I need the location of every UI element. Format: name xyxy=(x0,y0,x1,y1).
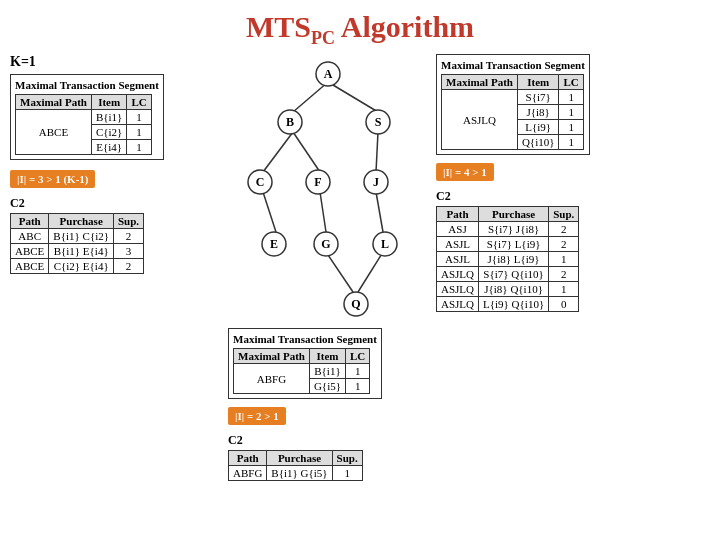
mid-col-item: Item xyxy=(309,349,345,364)
c2-row1-path: ABC xyxy=(11,229,49,244)
svg-line-2 xyxy=(263,132,293,172)
item-bi1: B{i1} xyxy=(91,110,126,125)
svg-line-6 xyxy=(320,192,326,232)
right-c2-label: C2 xyxy=(436,189,710,204)
c2-row3-purchase: C{i2} E{i4} xyxy=(49,259,114,274)
left-mts-table: Maximal Path Item LC ABCE B{i1} 1 C{i2} … xyxy=(15,94,152,155)
svg-line-8 xyxy=(326,252,353,292)
title-text: MTS xyxy=(246,10,311,43)
c2-row3-path: ABCE xyxy=(11,259,49,274)
svg-text:F: F xyxy=(314,175,321,189)
right-c2-r1-sup: 2 xyxy=(549,222,579,237)
c2-col-sup: Sup. xyxy=(114,214,144,229)
k-label: K=1 xyxy=(10,54,220,70)
tree-svg: A B S C F J E G L xyxy=(228,54,428,324)
left-c2-table: Path Purchase Sup. ABC B{i1} C{i2} 2 ABC… xyxy=(10,213,144,274)
svg-text:L: L xyxy=(381,237,389,251)
right-item-ji8: J{i8} xyxy=(517,105,559,120)
svg-text:G: G xyxy=(321,237,330,251)
mid-bottom-section: Maximal Transaction Segment Maximal Path… xyxy=(228,328,428,481)
right-c2-r5-sup: 1 xyxy=(549,282,579,297)
svg-line-5 xyxy=(263,192,276,232)
mid-c2-col-sup: Sup. xyxy=(332,451,362,466)
mid-lc-1a: 1 xyxy=(345,364,369,379)
right-path-asjlq: ASJLQ xyxy=(442,90,518,150)
svg-line-1 xyxy=(328,82,378,112)
lc-1c: 1 xyxy=(127,140,151,155)
right-c2-r1-path: ASJ xyxy=(437,222,479,237)
mid-c2-label: C2 xyxy=(228,433,428,448)
right-c2-r4-path: ASJLQ xyxy=(437,267,479,282)
right-mts-table: Maximal Path Item LC ASJLQ S{i7} 1 J{i8}… xyxy=(441,74,584,150)
right-c2-r2-sup: 2 xyxy=(549,237,579,252)
right-item-li9: L{i9} xyxy=(517,120,559,135)
svg-text:S: S xyxy=(375,115,382,129)
c2-row2-path: ABCE xyxy=(11,244,49,259)
title-sub: PC xyxy=(311,28,335,48)
lc-1b: 1 xyxy=(127,125,151,140)
right-col-maxpath: Maximal Path xyxy=(442,75,518,90)
mid-path-abfg: ABFG xyxy=(234,364,310,394)
mid-col-maxpath: Maximal Path xyxy=(234,349,310,364)
right-c2-r1-purchase: S{i7} J{i8} xyxy=(479,222,549,237)
mid-c2-table: Path Purchase Sup. ABFG B{i1} G{i5} 1 xyxy=(228,450,363,481)
right-c2-r3-purchase: J{i8} L{i9} xyxy=(479,252,549,267)
mid-mts-table: Maximal Path Item LC ABFG B{i1} 1 G{i5} … xyxy=(233,348,370,394)
right-c2-col-purchase: Purchase xyxy=(479,207,549,222)
page-title: MTSPC Algorithm xyxy=(0,0,720,49)
left-mts-box: Maximal Transaction Segment Maximal Path… xyxy=(10,74,164,160)
right-col-lc: LC xyxy=(559,75,583,90)
right-c2-r6-purchase: L{i9} Q{i10} xyxy=(479,297,549,312)
svg-text:E: E xyxy=(270,237,278,251)
c2-row2-purchase: B{i1} E{i4} xyxy=(49,244,114,259)
right-c2-r2-path: ASJL xyxy=(437,237,479,252)
right-c2-r3-path: ASJL xyxy=(437,252,479,267)
c2-row1-sup: 2 xyxy=(114,229,144,244)
svg-line-9 xyxy=(358,252,383,292)
title-rest: Algorithm xyxy=(335,10,474,43)
item-ei4: E{i4} xyxy=(91,140,126,155)
left-condition: |I| = 3 > 1 (K-1) xyxy=(10,170,95,188)
mid-c2-row1-path: ABFG xyxy=(229,466,267,481)
left-panel: K=1 Maximal Transaction Segment Maximal … xyxy=(10,54,220,481)
c2-col-purchase: Purchase xyxy=(49,214,114,229)
right-panel: Maximal Transaction Segment Maximal Path… xyxy=(436,54,710,481)
lc-1a: 1 xyxy=(127,110,151,125)
right-c2-r6-path: ASJLQ xyxy=(437,297,479,312)
right-lc-1c: 1 xyxy=(559,120,583,135)
right-item-qi10: Q{i10} xyxy=(517,135,559,150)
left-mts-title: Maximal Transaction Segment xyxy=(15,79,159,91)
right-lc-1b: 1 xyxy=(559,105,583,120)
right-item-si7: S{i7} xyxy=(517,90,559,105)
col-item: Item xyxy=(91,95,126,110)
right-condition: |I| = 4 > 1 xyxy=(436,163,494,181)
mid-lc-1b: 1 xyxy=(345,379,369,394)
svg-text:C: C xyxy=(256,175,265,189)
item-ci2: C{i2} xyxy=(91,125,126,140)
mid-col-lc: LC xyxy=(345,349,369,364)
right-c2-r2-purchase: S{i7} L{i9} xyxy=(479,237,549,252)
mid-condition: |I| = 2 > 1 xyxy=(228,407,286,425)
svg-text:B: B xyxy=(286,115,294,129)
mid-mts-title: Maximal Transaction Segment xyxy=(233,333,377,345)
path-abce: ABCE xyxy=(16,110,92,155)
right-c2-r5-path: ASJLQ xyxy=(437,282,479,297)
right-mts-title: Maximal Transaction Segment xyxy=(441,59,585,71)
mid-item-bi1: B{i1} xyxy=(309,364,345,379)
svg-line-7 xyxy=(376,192,383,232)
mid-item-gi5: G{i5} xyxy=(309,379,345,394)
mid-c2-col-purchase: Purchase xyxy=(267,451,332,466)
svg-line-4 xyxy=(376,132,378,172)
svg-text:A: A xyxy=(324,67,333,81)
svg-text:Q: Q xyxy=(351,297,360,311)
col-lc: LC xyxy=(127,95,151,110)
mid-c2-row1-sup: 1 xyxy=(332,466,362,481)
right-c2-col-sup: Sup. xyxy=(549,207,579,222)
right-c2-r4-sup: 2 xyxy=(549,267,579,282)
mid-mts-box: Maximal Transaction Segment Maximal Path… xyxy=(228,328,382,399)
right-lc-1a: 1 xyxy=(559,90,583,105)
right-c2-table: Path Purchase Sup. ASJ S{i7} J{i8} 2 ASJ… xyxy=(436,206,579,312)
svg-text:J: J xyxy=(373,175,379,189)
c2-row2-sup: 3 xyxy=(114,244,144,259)
right-c2-r5-purchase: J{i8} Q{i10} xyxy=(479,282,549,297)
